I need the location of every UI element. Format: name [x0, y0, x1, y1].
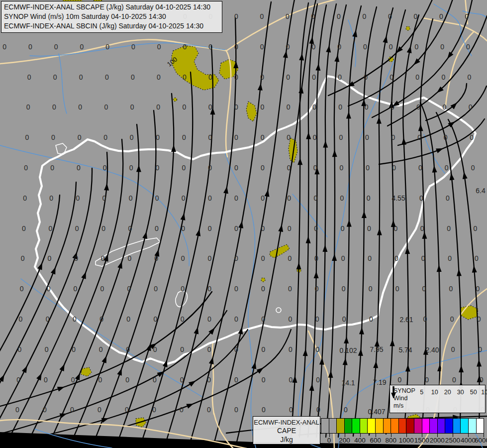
- grid-value-label: 0: [414, 12, 418, 20]
- grid-value-label: 0: [131, 43, 135, 51]
- cape-color-cell: [329, 419, 337, 433]
- grid-value-label: 0: [25, 133, 29, 141]
- grid-value-label: 0: [208, 133, 212, 141]
- streamline-arrowhead: [358, 348, 364, 355]
- grid-value-label: 0: [261, 315, 265, 323]
- streamline-arrowhead: [36, 372, 44, 381]
- grid-value-label: 0: [74, 285, 78, 293]
- title-line-sbcin: ECMWF-INDEX-ANAL SBCIN (J/kg) Saturday 0…: [4, 21, 219, 31]
- streamline-arrowhead: [194, 327, 200, 335]
- grid-value-label: 0: [421, 254, 425, 262]
- grid-value-label: 0: [474, 224, 478, 232]
- grid-value-label: 0: [423, 315, 427, 323]
- wind-speed-item: 5: [415, 388, 428, 396]
- grid-value-label: 0: [156, 103, 160, 111]
- grid-value-label: 0: [43, 406, 47, 414]
- station-value-label: 0.407: [368, 408, 385, 416]
- grid-value-label: 0: [103, 164, 107, 172]
- grid-value-label: 0: [75, 224, 79, 232]
- grid-value-label: 0: [288, 254, 292, 262]
- grid-value-label: 0: [234, 376, 238, 384]
- grid-value-label: 0: [451, 345, 455, 353]
- grid-value-label: 0: [48, 224, 52, 232]
- wind-speed-item: 20: [441, 388, 454, 396]
- streamline-arrowhead: [346, 112, 351, 118]
- streamline-arrowhead: [343, 358, 348, 365]
- grid-value-label: 0: [465, 12, 469, 20]
- station-value-label: 7.19: [373, 378, 386, 386]
- grid-value-label: 0: [78, 103, 82, 111]
- grid-value-label: 0: [128, 224, 132, 232]
- cape-tick-label: 1000: [399, 437, 414, 444]
- grid-value-label: 0: [153, 345, 157, 353]
- grid-value-label: 0: [388, 12, 392, 20]
- grid-value-label: 0: [286, 73, 290, 81]
- grid-value-label: 0: [415, 73, 419, 81]
- streamline-arrowhead: [189, 379, 197, 387]
- grid-value-label: 0: [439, 12, 443, 20]
- grid-value-label: 0: [207, 376, 211, 384]
- cape-color-cell: [360, 419, 368, 433]
- grid-value-label: 0: [261, 164, 265, 172]
- grid-value-label: 0: [286, 12, 290, 20]
- grid-value-label: 0: [181, 285, 185, 293]
- streamline-arrowhead: [104, 183, 109, 191]
- grid-value-label: 0: [50, 164, 54, 172]
- wind-arrow-down-icon: [390, 385, 397, 399]
- grid-value-label: 0: [181, 224, 185, 232]
- cape-color-cell: [445, 419, 453, 433]
- streamline-arrowhead: [171, 145, 176, 152]
- grid-value-label: 0: [262, 345, 266, 353]
- grid-value-label: 0: [152, 406, 156, 414]
- grid-value-label: 0: [261, 133, 265, 141]
- grid-value-label: 0: [183, 43, 187, 51]
- streamline-arrowhead: [81, 271, 88, 279]
- grid-value-label: 0: [19, 315, 23, 323]
- grid-value-label: 0: [207, 254, 211, 262]
- grid-value-label: 0: [262, 376, 266, 384]
- grid-value-label: 0: [365, 103, 369, 111]
- wind-speed-label: 100: [481, 389, 487, 396]
- grid-value-label: 0: [449, 285, 453, 293]
- wind-speed-item: 100: [480, 388, 487, 396]
- cape-patches: [63, 0, 478, 427]
- grid-value-label: 0: [79, 73, 83, 81]
- grid-value-label: 0: [100, 285, 104, 293]
- grid-value-label: 0: [154, 254, 158, 262]
- grid-value-label: 0: [125, 376, 129, 384]
- cape-tick-label: 0: [327, 437, 331, 444]
- grid-value-label: 0: [71, 376, 75, 384]
- grid-value-label: 0: [48, 254, 52, 262]
- station-value-label: 2.61: [399, 316, 413, 324]
- grid-value-label: 0: [157, 43, 161, 51]
- grid-value-label: 0: [314, 224, 318, 232]
- station-value-label: 7.95: [370, 345, 383, 353]
- cape-color-cell: [406, 419, 414, 433]
- grid-value-label: 0: [46, 315, 50, 323]
- grid-value-label: 0: [234, 224, 238, 232]
- streamline-arrowhead: [101, 355, 108, 363]
- grid-value-label: 0: [262, 406, 266, 414]
- grid-value-label: 0: [103, 133, 107, 141]
- cape-tick-label: 6000: [475, 437, 487, 444]
- grid-value-label: 0: [417, 133, 421, 141]
- grid-value-label: 0: [16, 376, 20, 384]
- grid-value-label: 0: [156, 133, 160, 141]
- grid-value-label: 0: [24, 164, 28, 172]
- grid-value-label: 0: [289, 345, 292, 353]
- cape-color-cell: [383, 419, 391, 433]
- grid-value-label: 0: [450, 315, 454, 323]
- grid-value-label: 0: [337, 12, 341, 20]
- grid-value-label: 0: [338, 73, 342, 81]
- grid-value-label: 0: [311, 12, 315, 20]
- grid-value-label: 0: [315, 345, 319, 353]
- streamline-arrowhead: [59, 363, 67, 371]
- streamline-arrowhead: [334, 54, 340, 62]
- grid-value-label: 0: [314, 254, 318, 262]
- grid-value-label: 0: [127, 254, 131, 262]
- grid-value-label: 0: [49, 194, 53, 202]
- streamline-arrowhead: [297, 158, 302, 165]
- streamline-arrowhead: [436, 265, 441, 272]
- streamline-arrowhead: [101, 416, 109, 423]
- grid-value-label: 0: [467, 73, 471, 81]
